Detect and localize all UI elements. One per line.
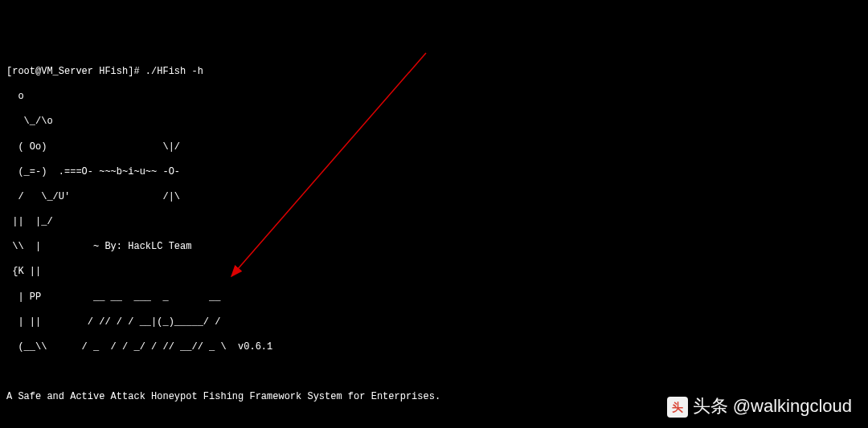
ascii-art-line: (__\\ / _ / / _/ / // __// _ \ v0.6.1	[6, 341, 862, 354]
watermark-icon: 头	[667, 397, 688, 418]
ascii-art-line: || |_/	[6, 216, 862, 229]
ascii-art-line: {K ||	[6, 266, 862, 279]
ascii-art-line: | PP __ __ ___ _ __	[6, 291, 862, 304]
ascii-art-line: / \_/U' /|\	[6, 191, 862, 204]
ascii-art-line: (_=-) .===O- ~~~b~i~u~~ -O-	[6, 166, 862, 179]
ascii-art-line: \_/\o	[6, 116, 862, 128]
ascii-art-line: o	[6, 91, 862, 104]
ascii-art-line: | || / // / / __|(_)_____/ /	[6, 316, 862, 329]
ascii-art-line: ( Oo) \|/	[6, 141, 862, 154]
watermark: 头 头条 @walkingcloud	[667, 395, 852, 418]
prompt-line-1: [root@VM_Server HFish]# ./HFish -h	[6, 66, 862, 79]
watermark-text: 头条 @walkingcloud	[693, 395, 852, 418]
terminal-output: [root@VM_Server HFish]# ./HFish -h o \_/…	[6, 53, 862, 428]
ascii-art-line: \\ | ~ By: HackLC Team	[6, 241, 862, 254]
